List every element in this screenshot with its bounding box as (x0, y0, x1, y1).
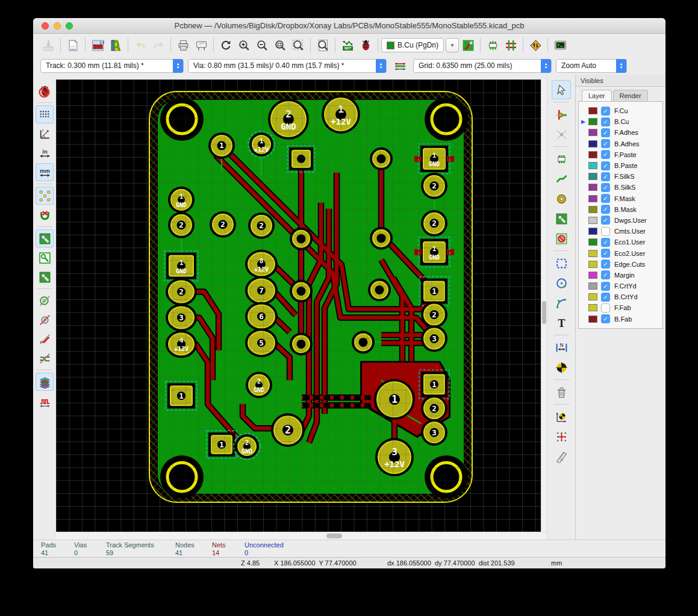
layer-color-swatch[interactable] (588, 140, 597, 148)
layer-row-F.Fab[interactable]: F.Fab (581, 302, 662, 313)
layer-color-swatch[interactable] (588, 272, 597, 279)
add-footprint-icon[interactable] (552, 149, 571, 169)
track-mode-icon[interactable] (502, 36, 520, 54)
add-target-icon[interactable] (552, 358, 571, 377)
layer-color-swatch[interactable] (588, 162, 597, 169)
zoom-in-icon[interactable] (235, 36, 253, 54)
layer-color-swatch[interactable] (588, 173, 597, 180)
layer-selector-arrow[interactable]: ▾ (446, 38, 459, 52)
layer-row-F.CrtYd[interactable]: ✓F.CrtYd (581, 281, 662, 291)
undo-icon[interactable] (131, 36, 149, 54)
zone-fill-icon[interactable] (36, 229, 54, 247)
add-text-icon[interactable]: T (552, 313, 571, 332)
layer-color-swatch[interactable] (588, 304, 597, 311)
units-mm-icon[interactable]: mm (36, 163, 54, 181)
layer-row-Edge.Cuts[interactable]: ✓Edge.Cuts (581, 259, 662, 270)
layer-row-B.SilkS[interactable]: ✓B.SilkS (581, 182, 662, 193)
layer-row-B.Mask[interactable]: ✓B.Mask (581, 204, 662, 215)
page-settings-icon[interactable] (64, 36, 82, 54)
layer-visibility-checkbox[interactable]: ✓ (601, 139, 610, 148)
pcb-canvas[interactable]: 2GND1+12V11+12V1GND21GND22221GND1GND234+… (56, 79, 541, 532)
footprint-mode-icon[interactable] (484, 36, 502, 54)
layer-row-B.Paste[interactable]: ✓B.Paste (581, 160, 662, 171)
layer-row-Eco2.User[interactable]: ✓Eco2.User (581, 247, 662, 258)
layer-visibility-checkbox[interactable]: ✓ (601, 128, 610, 137)
layer-row-B.Fab[interactable]: ✓B.Fab (581, 314, 662, 325)
auto-track-width-icon[interactable] (391, 57, 409, 75)
layer-visibility-checkbox[interactable]: ✓ (601, 216, 610, 225)
track-width-select[interactable]: Track: 0.300 mm (11.81 mils) * ▲▼ (40, 59, 184, 73)
tab-render[interactable]: Render (613, 90, 648, 101)
layer-visibility-checkbox[interactable]: ✓ (601, 150, 610, 159)
zone-outline-icon[interactable] (36, 249, 54, 267)
grid-origin-icon[interactable] (552, 427, 571, 446)
drc-off-icon[interactable] (36, 82, 54, 100)
print-icon[interactable] (174, 36, 192, 54)
layer-visibility-checkbox[interactable] (601, 227, 610, 236)
ratsnest-show-icon[interactable] (36, 187, 54, 205)
layer-row-F.Paste[interactable]: ✓F.Paste (581, 149, 662, 160)
local-ratsnest-icon[interactable] (552, 125, 571, 144)
layer-row-B.Cu[interactable]: ▶✓B.Cu (581, 116, 662, 127)
drc-icon[interactable] (357, 36, 375, 54)
graphic-arc-icon[interactable] (552, 293, 571, 313)
layer-row-Dwgs.User[interactable]: ✓Dwgs.User (581, 215, 662, 226)
graphic-polygon-icon[interactable] (552, 254, 571, 273)
layer-row-Cmts.User[interactable]: Cmts.User (581, 226, 662, 237)
layer-visibility-checkbox[interactable]: ✓ (601, 172, 610, 181)
footprint-browser-icon[interactable] (107, 36, 125, 54)
freeroute-icon[interactable] (526, 36, 544, 54)
zone-fill-alt-icon[interactable] (36, 268, 54, 286)
layer-visibility-checkbox[interactable]: ✓ (601, 270, 610, 279)
layer-visibility-checkbox[interactable]: ✓ (601, 117, 610, 126)
graphic-circle-icon[interactable] (552, 273, 571, 293)
grid-select[interactable]: Grid: 0.6350 mm (25.00 mils) ▲▼ (413, 59, 552, 73)
layer-color-swatch[interactable] (588, 118, 597, 125)
layer-visibility-checkbox[interactable]: ✓ (601, 260, 610, 269)
layer-color-swatch[interactable] (588, 228, 597, 235)
highlight-net-icon[interactable] (552, 105, 571, 124)
layer-row-B.CrtYd[interactable]: ✓B.CrtYd (581, 291, 662, 302)
layer-visibility-checkbox[interactable]: ✓ (601, 194, 610, 203)
route-tracks-icon[interactable] (552, 169, 571, 188)
high-contrast-icon[interactable] (36, 349, 54, 367)
layer-visibility-checkbox[interactable]: ✓ (601, 183, 610, 192)
layer-visibility-checkbox[interactable]: ✓ (601, 107, 610, 116)
layer-color-swatch[interactable] (588, 184, 597, 191)
vertical-scrollbar[interactable] (541, 79, 547, 532)
layer-visibility-checkbox[interactable]: ✓ (601, 282, 610, 291)
layer-row-Eco1.User[interactable]: ✓Eco1.User (581, 237, 662, 247)
cursor-icon[interactable] (552, 80, 571, 99)
track-sketch-icon[interactable] (36, 330, 54, 348)
polar-coords-icon[interactable]: r (36, 125, 54, 143)
layer-row-F.Cu[interactable]: ✓F.Cu (581, 105, 662, 116)
layer-color-swatch[interactable] (588, 261, 597, 268)
zoom-fit-icon[interactable] (271, 36, 289, 54)
layer-row-F.Mask[interactable]: ✓F.Mask (581, 193, 662, 204)
layer-color-swatch[interactable] (588, 206, 597, 213)
footprint-editor-icon[interactable]: 1:4 (89, 36, 107, 54)
layer-visibility-checkbox[interactable] (601, 303, 610, 313)
layer-visibility-checkbox[interactable]: ✓ (601, 314, 610, 323)
horizontal-scrollbar-thumb[interactable] (326, 534, 342, 538)
layers-manager-icon[interactable] (36, 373, 54, 391)
layer-color-swatch[interactable] (588, 282, 597, 290)
redo-icon[interactable] (149, 36, 167, 54)
horizontal-scrollbar[interactable] (56, 532, 547, 540)
zoom-select[interactable]: Zoom Auto ▲▼ (556, 59, 627, 73)
redraw-icon[interactable] (217, 36, 235, 54)
layer-color-swatch[interactable] (588, 151, 597, 158)
layer-color-swatch[interactable] (588, 293, 597, 300)
via-display-icon[interactable] (459, 36, 477, 54)
add-zone-icon[interactable] (552, 209, 571, 228)
tab-layer[interactable]: Layer (582, 90, 612, 101)
drill-origin-icon[interactable] (552, 407, 571, 426)
layer-color-swatch[interactable] (588, 195, 597, 202)
console-icon[interactable] (551, 36, 569, 54)
layer-visibility-checkbox[interactable]: ✓ (601, 161, 610, 170)
layer-row-B.Adhes[interactable]: ✓B.Adhes (581, 138, 662, 149)
layer-color-swatch[interactable] (588, 129, 597, 136)
layer-visibility-checkbox[interactable]: ✓ (601, 238, 610, 247)
units-inch-icon[interactable]: in (36, 144, 54, 162)
layer-color-swatch[interactable] (588, 250, 597, 257)
